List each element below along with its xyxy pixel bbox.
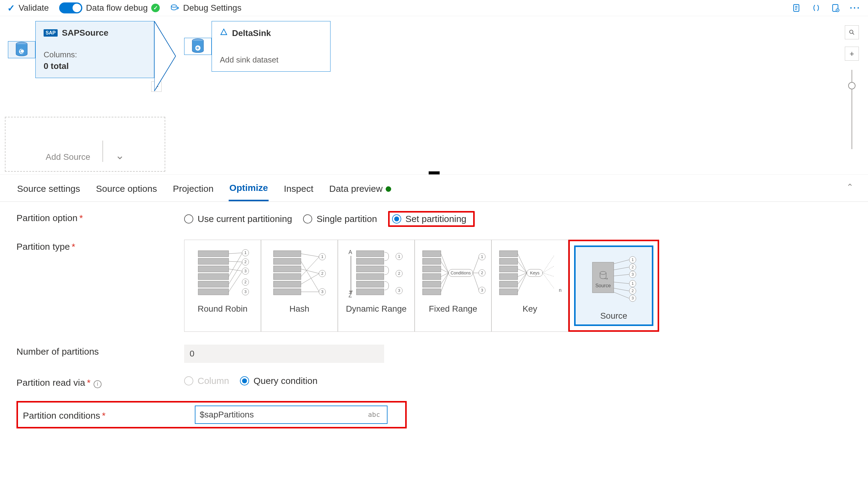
hash-icon: 123 — [269, 246, 330, 298]
optimize-form: Partition option* Use current partitioni… — [0, 202, 868, 438]
script-view-icon[interactable] — [791, 2, 802, 14]
svg-marker-10 — [154, 21, 176, 91]
num-partitions-input[interactable] — [184, 345, 384, 363]
svg-line-46 — [301, 257, 319, 277]
dataflow-debug-toggle[interactable]: Data flow debug ✓ — [59, 2, 160, 14]
toolbar-right: ··· — [791, 2, 861, 14]
svg-rect-95 — [499, 258, 518, 264]
svg-line-21 — [229, 253, 243, 254]
svg-line-43 — [301, 254, 319, 257]
tab-projection[interactable]: Projection — [172, 180, 214, 201]
expression-type-badge: abc — [368, 411, 380, 418]
svg-text:Source: Source — [595, 283, 611, 288]
toolbar-left: ✓ Validate Data flow debug ✓ Debug Setti… — [7, 2, 242, 14]
svg-point-13 — [850, 30, 853, 34]
svg-rect-17 — [198, 266, 229, 272]
divider — [102, 140, 103, 162]
label-partition-option: Partition option — [17, 213, 77, 223]
node-delta-sink[interactable]: DeltaSink Add sink dataset — [181, 21, 333, 72]
source-partition-icon: Source 123123 — [580, 253, 647, 305]
highlight-source-tile: Source 123123 Source — [568, 240, 659, 332]
tile-dynamic-range[interactable]: A Z 123 Dynamic Range — [338, 240, 414, 332]
radio-set-partitioning[interactable]: Set partitioning — [392, 214, 466, 224]
panel-resize-handle[interactable] — [429, 171, 440, 174]
code-view-icon[interactable] — [811, 2, 822, 14]
svg-text:3: 3 — [244, 289, 246, 294]
add-source-label: Add Source — [46, 152, 90, 162]
node-sink-sub: Add sink dataset — [220, 55, 322, 65]
tab-source-options[interactable]: Source options — [95, 180, 158, 201]
tile-source[interactable]: Source 123123 Source — [574, 246, 653, 326]
svg-text:3: 3 — [631, 272, 634, 277]
svg-text:Z: Z — [348, 292, 352, 298]
tile-fixed-range[interactable]: Conditions 123 Fixed Range — [414, 240, 491, 332]
svg-line-22 — [229, 261, 243, 262]
row-read-via: Partition read via*i Column Query condit… — [17, 376, 851, 388]
tab-data-preview[interactable]: Data preview — [329, 180, 392, 201]
svg-rect-38 — [273, 258, 301, 264]
svg-rect-63 — [356, 281, 384, 287]
node-sap-total: 0 total — [44, 61, 146, 71]
svg-line-23 — [229, 269, 243, 271]
settings-doc-icon[interactable] — [830, 2, 841, 14]
radio-query-condition[interactable]: Query condition — [240, 376, 317, 386]
debug-settings-icon — [170, 3, 179, 13]
svg-rect-75 — [423, 281, 441, 287]
svg-line-119 — [614, 282, 629, 284]
node-sap-source[interactable]: SAPSAPSource Columns: 0 total + — [5, 21, 154, 78]
toggle-switch[interactable] — [59, 2, 82, 14]
debug-settings-label: Debug Settings — [183, 3, 241, 13]
tile-key[interactable]: Keys n Key — [491, 240, 568, 332]
svg-line-85 — [473, 257, 479, 273]
svg-line-117 — [614, 267, 629, 270]
svg-text:2: 2 — [481, 270, 483, 275]
row-partition-option: Partition option* Use current partitioni… — [17, 211, 851, 227]
zoom-slider[interactable] — [851, 70, 852, 149]
svg-text:2: 2 — [244, 280, 246, 284]
tab-optimize[interactable]: Optimize — [229, 179, 269, 201]
svg-line-14 — [853, 33, 854, 35]
svg-line-111 — [543, 273, 554, 289]
row-conditions: Partition conditions* abc — [17, 401, 851, 429]
partition-type-tiles: 12323 Round Robin 123 Hash A Z — [184, 240, 659, 332]
zoom-in-button[interactable]: + — [845, 47, 859, 61]
label-read-via: Partition read via — [17, 378, 85, 387]
fixed-range-icon: Conditions 123 — [420, 246, 487, 298]
svg-text:1: 1 — [481, 254, 483, 259]
tile-hash[interactable]: 123 Hash — [261, 240, 338, 332]
svg-text:1: 1 — [398, 254, 400, 259]
add-source-button[interactable]: Add Source ⌄ — [5, 117, 165, 172]
dataflow-canvas[interactable]: SAPSAPSource Columns: 0 total + DeltaSin… — [0, 16, 868, 174]
delta-icon — [220, 28, 228, 38]
label-num-partitions: Number of partitions — [17, 346, 99, 357]
svg-text:2: 2 — [631, 265, 634, 269]
svg-rect-60 — [356, 258, 384, 264]
debug-settings-button[interactable]: Debug Settings — [170, 3, 241, 13]
radio-use-current[interactable]: Use current partitioning — [184, 214, 292, 224]
tile-round-robin[interactable]: 12323 Round Robin — [184, 240, 261, 332]
svg-text:3: 3 — [321, 289, 323, 294]
partition-conditions-input[interactable] — [195, 405, 387, 424]
svg-rect-61 — [356, 266, 384, 272]
svg-line-110 — [543, 273, 554, 277]
more-menu-icon[interactable]: ··· — [850, 2, 861, 14]
db-icon — [8, 41, 35, 58]
search-icon[interactable] — [845, 25, 859, 39]
validate-button[interactable]: ✓ Validate — [7, 3, 49, 14]
svg-rect-97 — [499, 273, 518, 280]
svg-rect-40 — [273, 273, 301, 280]
svg-rect-41 — [273, 281, 301, 287]
svg-text:n: n — [559, 288, 562, 293]
svg-rect-59 — [356, 251, 384, 257]
radio-single-partition[interactable]: Single partition — [303, 214, 377, 224]
collapse-panel-icon[interactable]: ⌃ — [846, 182, 853, 192]
svg-line-26 — [229, 271, 243, 292]
info-icon[interactable]: i — [94, 380, 101, 388]
svg-rect-18 — [198, 273, 229, 280]
svg-rect-73 — [423, 266, 441, 272]
svg-rect-76 — [423, 289, 441, 295]
svg-point-7 — [837, 10, 838, 11]
tab-inspect[interactable]: Inspect — [283, 180, 314, 201]
svg-line-87 — [473, 273, 479, 290]
tab-source-settings[interactable]: Source settings — [17, 180, 81, 201]
